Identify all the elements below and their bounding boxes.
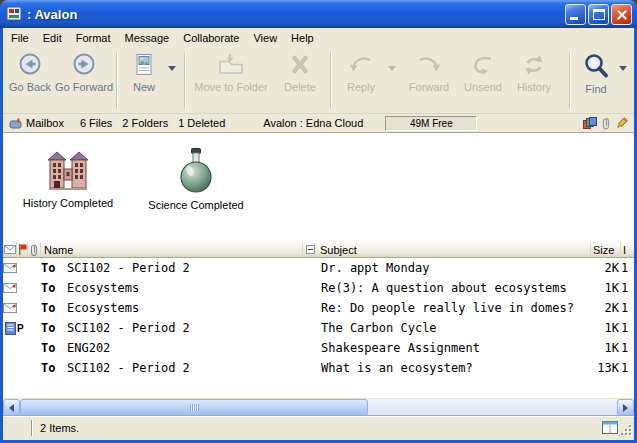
row-to-label: To (41, 341, 67, 355)
header-clipped-column[interactable]: I (621, 242, 634, 257)
row-to-label: To (41, 321, 67, 335)
header-flag-column[interactable] (17, 242, 28, 257)
delete-x-icon (285, 52, 315, 78)
move-to-folder-icon (216, 52, 246, 78)
message-list: To SCI102 - Period 2 Dr. appt Monday 2K … (3, 258, 634, 398)
files-count: 6 Files (80, 117, 112, 129)
row-subject: Dr. appt Monday (303, 261, 591, 275)
history-button: History (509, 50, 559, 93)
row-size: 2K (591, 261, 621, 275)
folder-icon-pane: History Completed Scien (3, 132, 634, 242)
thumb-grip-icon (190, 404, 199, 411)
find-dropdown-arrow-icon[interactable] (619, 66, 627, 71)
go-forward-button[interactable]: Go Forward (55, 50, 113, 93)
row-subject: The Carbon Cycle (303, 321, 591, 335)
building-h-icon (45, 148, 91, 192)
layered-pages-icon[interactable] (583, 117, 597, 129)
collapse-column-icon[interactable] (306, 245, 315, 254)
row-date-clipped: 1 (621, 341, 634, 355)
header-attachment-column[interactable] (28, 242, 41, 257)
toolbar-button-label: History (517, 81, 551, 93)
menu-view[interactable]: View (246, 30, 284, 46)
minimize-icon (570, 17, 578, 20)
account-name: Avalon : Edna Cloud (263, 117, 363, 129)
paperclip-icon (30, 244, 38, 256)
split-view-icon[interactable] (602, 421, 618, 436)
toolbar: Go Back Go Forward (3, 47, 634, 113)
minimize-button[interactable] (565, 4, 586, 25)
desktop-icon-label: History Completed (23, 197, 113, 209)
reply-button: Reply (335, 50, 387, 93)
statusbar-divider (31, 420, 33, 436)
items-count: 2 Items. (40, 422, 79, 434)
titlebar[interactable]: : Avalon (0, 0, 637, 28)
toolbar-button-label: Go Forward (55, 81, 113, 93)
header-subject-column[interactable]: Subject (303, 242, 591, 257)
menu-format[interactable]: Format (69, 30, 118, 46)
row-to-label: To (41, 281, 67, 295)
pencil-icon[interactable] (615, 117, 628, 130)
history-completed-item[interactable]: History Completed (16, 148, 120, 209)
maximize-button[interactable] (588, 4, 609, 25)
menu-message[interactable]: Message (118, 30, 177, 46)
go-back-button[interactable]: Go Back (5, 50, 55, 93)
free-space-value: 49M Free (410, 118, 453, 129)
move-to-folder-button: Move to Folder (189, 50, 273, 93)
mail-message-icon (3, 263, 17, 273)
window-title: : Avalon (27, 7, 563, 22)
resize-grip[interactable] (620, 424, 633, 439)
toolbar-button-label: Forward (409, 81, 449, 93)
list-header: Name Subject Size I (3, 242, 634, 258)
header-size-column[interactable]: Size (591, 242, 621, 257)
scroll-right-button[interactable] (617, 399, 634, 416)
menu-edit[interactable]: Edit (36, 30, 69, 46)
message-row[interactable]: To Ecosystems Re: Do people really live … (3, 298, 634, 318)
new-document-icon (129, 52, 159, 78)
unsend-button: Unsend (457, 50, 509, 93)
row-name: SCI102 - Period 2 (67, 261, 303, 275)
toolbar-separator (116, 53, 118, 109)
app-icon (6, 6, 22, 22)
row-name: ENG202 (67, 341, 303, 355)
message-row[interactable]: P To SCI102 - Period 2 The Carbon Cycle … (3, 318, 634, 338)
infobar: Mailbox 6 Files 2 Folders 1 Deleted Aval… (3, 113, 634, 132)
left-arrow-icon (9, 404, 14, 412)
row-size: 1K (591, 341, 621, 355)
toolbar-button-label: Find (585, 83, 606, 95)
menu-collaborate[interactable]: Collaborate (176, 30, 246, 46)
message-row[interactable]: To SCI102 - Period 2 Dr. appt Monday 2K … (3, 258, 634, 278)
scroll-left-button[interactable] (3, 399, 20, 416)
header-item-type-column[interactable] (3, 242, 17, 257)
row-flag: P (17, 323, 28, 334)
row-size: 2K (591, 301, 621, 315)
row-date-clipped: 1 (621, 261, 634, 275)
toolbar-button-label: Go Back (9, 81, 51, 93)
paperclip-icon[interactable] (602, 117, 610, 130)
history-arrows-icon (519, 52, 549, 78)
desktop-icon-label: Science Completed (148, 199, 243, 211)
find-button[interactable]: Find (574, 50, 618, 95)
message-row[interactable]: To SCI102 - Period 2 What is an ecosyste… (3, 358, 634, 378)
scrollbar-thumb[interactable] (20, 399, 368, 416)
message-row[interactable]: To ENG202 Shakespeare Assignment 1K 1 (3, 338, 634, 358)
toolbar-button-label: Unsend (464, 81, 502, 93)
close-button[interactable] (611, 4, 632, 25)
menu-file[interactable]: File (4, 30, 36, 46)
header-name-column[interactable]: Name (41, 242, 303, 257)
new-button[interactable]: New (121, 50, 167, 93)
row-subject: Shakespeare Assignment (303, 341, 591, 355)
message-row[interactable]: To Ecosystems Re(3): A question about ec… (3, 278, 634, 298)
menu-help[interactable]: Help (284, 30, 321, 46)
horizontal-scrollbar[interactable] (3, 398, 634, 415)
window-body: File Edit Format Message Collaborate Vie… (0, 28, 637, 443)
right-arrow-icon (623, 404, 628, 412)
science-completed-item[interactable]: Science Completed (144, 148, 248, 211)
go-back-icon (15, 52, 45, 78)
header-size-label: Size (593, 244, 614, 256)
forward-button: Forward (401, 50, 457, 93)
deleted-count: 1 Deleted (178, 117, 225, 129)
header-name-label: Name (44, 244, 73, 256)
new-dropdown-arrow-icon[interactable] (168, 66, 176, 71)
mailbox-icon (9, 118, 22, 129)
row-to-label: To (41, 361, 67, 375)
